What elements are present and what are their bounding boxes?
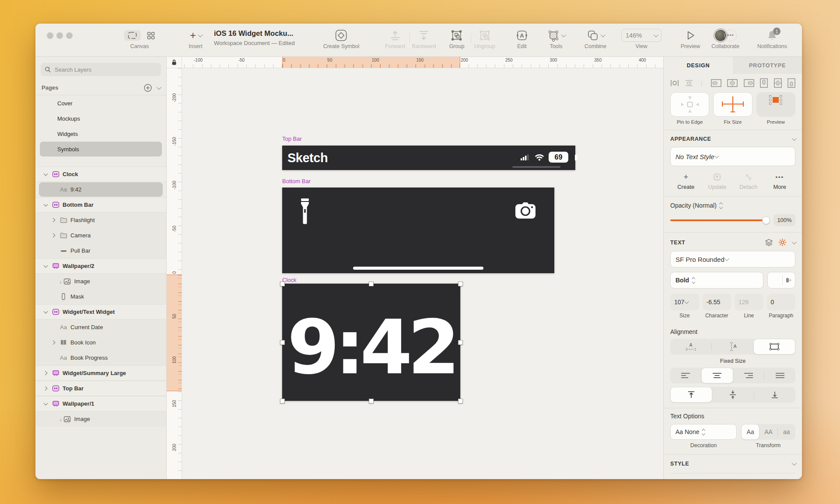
preview-card[interactable]	[756, 92, 795, 117]
lock-icon[interactable]	[172, 59, 177, 66]
notifications-button[interactable]: 1 Notifications	[757, 28, 787, 49]
pin-middle-v-icon[interactable]	[774, 78, 782, 88]
zoom-level-dropdown[interactable]: 146%	[621, 29, 662, 42]
style-section-header[interactable]: STYLE	[664, 455, 802, 473]
chevron-right-icon[interactable]	[42, 372, 49, 375]
search-layers-input[interactable]: Search Layers	[41, 63, 161, 76]
distribute-horizontal-icon[interactable]	[670, 80, 679, 87]
insert-button[interactable]: + Insert	[189, 28, 202, 49]
pin-bottom-icon[interactable]	[788, 78, 795, 88]
appearance-header[interactable]: APPEARANCE	[664, 130, 802, 146]
more-constraints-icon[interactable]: ⋮	[699, 80, 705, 87]
ungroup-button[interactable]: Ungroup	[474, 28, 495, 49]
layer-row-widget-summary-large[interactable]: Widget/Summary Large	[35, 365, 166, 381]
distribute-vertical-icon[interactable]	[685, 80, 693, 87]
selection-handle[interactable]	[280, 282, 285, 286]
pin-center-h-icon[interactable]	[727, 79, 738, 87]
layer-row-book-icon[interactable]: Book Icon	[35, 335, 166, 350]
layer-row-top-bar[interactable]: Top Bar	[35, 381, 166, 396]
align-left-option[interactable]	[670, 368, 701, 383]
create-symbol-button[interactable]: Create Symbol	[323, 28, 360, 49]
create-style-button[interactable]: +Create	[670, 172, 702, 190]
artboard-clock[interactable]: 9:42	[282, 284, 460, 401]
auto-height-option[interactable]: A	[712, 339, 753, 355]
preview-button[interactable]: Preview	[681, 28, 700, 49]
grid-view-button[interactable]	[147, 31, 155, 40]
chevron-right-icon[interactable]	[50, 341, 56, 344]
layer-row-wallpaper-2[interactable]: Wallpaper/2	[35, 258, 166, 274]
valign-top-option[interactable]	[670, 387, 712, 403]
selection-handle[interactable]	[458, 282, 463, 286]
layer-row-mask[interactable]: Mask	[35, 289, 166, 304]
transform-lowercase-option[interactable]: aa	[778, 424, 795, 440]
page-item-widgets[interactable]: Widgets	[40, 126, 162, 141]
forward-button[interactable]: Forward	[385, 28, 405, 49]
fixed-size-option[interactable]	[753, 339, 795, 355]
pin-right-icon[interactable]	[744, 79, 754, 87]
layer-row-bottom-bar[interactable]: Bottom Bar	[35, 197, 166, 212]
page-item-mockups[interactable]: Mockups	[40, 111, 162, 126]
selection-handle[interactable]	[369, 282, 374, 286]
selection-handle[interactable]	[369, 399, 374, 403]
layer-row-widget-text-widget[interactable]: Widget/Text Widget	[35, 304, 166, 320]
text-section-header[interactable]: TEXT	[664, 233, 802, 250]
canvas-area[interactable]: -100-50050100150200250300350400 -200-150…	[167, 57, 663, 479]
tab-design[interactable]: DESIGN	[664, 57, 733, 74]
layer-row-camera[interactable]: Camera	[35, 228, 166, 243]
page-item-symbols[interactable]: Symbols	[40, 142, 162, 156]
valign-middle-option[interactable]	[712, 387, 753, 403]
chevron-down-icon[interactable]	[42, 403, 49, 405]
layer-row-current-date[interactable]: AaCurrent Date	[35, 320, 166, 335]
traffic-light-zoom[interactable]	[66, 32, 73, 39]
chevron-right-icon[interactable]	[50, 219, 56, 222]
font-weight-select[interactable]: Bold	[670, 272, 763, 288]
artboard-label-bottom-bar[interactable]: Bottom Bar	[282, 178, 311, 184]
selection-handle[interactable]	[458, 340, 463, 345]
auto-width-option[interactable]: A	[670, 339, 711, 355]
page-item-cover[interactable]: Cover	[40, 96, 162, 111]
layer-row-book-progress[interactable]: AaBook Progress	[35, 350, 166, 365]
chevron-right-icon[interactable]	[42, 387, 49, 390]
layers-stack-icon[interactable]	[765, 239, 773, 246]
edit-button[interactable]: A Edit	[515, 28, 528, 49]
group-button[interactable]: Group	[449, 28, 465, 49]
decoration-select[interactable]: Aa None	[670, 424, 737, 440]
layer-row-9-42[interactable]: Aa9:42	[35, 182, 166, 197]
layer-row-image[interactable]: ↓Image	[35, 411, 166, 427]
tools-button[interactable]: Tools	[547, 28, 565, 49]
opacity-slider-thumb[interactable]	[762, 216, 770, 224]
font-family-select[interactable]: SF Pro Rounded	[670, 251, 795, 268]
traffic-light-close[interactable]	[47, 32, 53, 39]
layer-row-flashlight[interactable]: Flashlight	[35, 212, 166, 228]
add-page-icon[interactable]	[144, 83, 152, 92]
opacity-stepper[interactable]	[720, 203, 722, 209]
backward-button[interactable]: Backward	[412, 28, 436, 49]
chevron-down-icon[interactable]	[42, 204, 49, 206]
fix-size-card[interactable]	[713, 92, 752, 117]
pin-left-icon[interactable]	[711, 79, 721, 87]
align-right-option[interactable]	[733, 368, 764, 383]
chevron-down-icon[interactable]	[42, 311, 49, 313]
transform-uppercase-option[interactable]: AA	[760, 424, 777, 440]
paragraph-spacing-field[interactable]: 0	[767, 294, 796, 310]
layer-row-pull-bar[interactable]: Pull Bar	[35, 243, 166, 258]
traffic-light-minimize[interactable]	[56, 32, 63, 39]
tab-prototype[interactable]: PROTOTYPE	[733, 57, 802, 74]
combine-button[interactable]: Combine	[584, 28, 606, 49]
selection-handle[interactable]	[280, 340, 285, 345]
valign-bottom-option[interactable]	[754, 387, 795, 403]
transform-none-option[interactable]: Aa	[741, 424, 760, 440]
selection-handle[interactable]	[280, 399, 285, 403]
more-styles-button[interactable]: •••More	[764, 172, 796, 190]
align-center-option[interactable]	[701, 368, 733, 383]
align-justify-option[interactable]	[764, 368, 795, 383]
pin-to-edge-card[interactable]	[670, 92, 709, 117]
selection-handle[interactable]	[458, 399, 463, 403]
artboard-bottom-bar[interactable]	[282, 188, 554, 273]
artboard-label-top-bar[interactable]: Top Bar	[282, 136, 302, 142]
chevron-down-icon[interactable]	[42, 174, 49, 175]
font-size-field[interactable]: 107	[670, 294, 699, 310]
settings-gear-icon[interactable]	[778, 238, 787, 247]
opacity-slider[interactable]	[670, 219, 769, 221]
document-title-block[interactable]: iOS 16 Widget Mocku... Workspace Documen…	[214, 29, 295, 46]
